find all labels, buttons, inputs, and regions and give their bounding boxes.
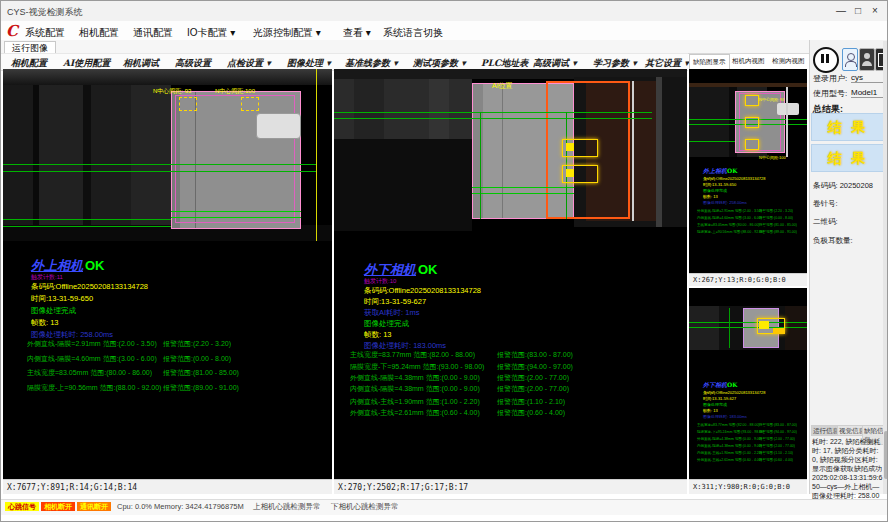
menu-io-config[interactable]: IO卡配置 ▾ — [187, 26, 235, 40]
measure-value: 隔膜宽度-下=95.24mm 范围:(93.00 - 98.00) — [697, 430, 764, 434]
app-logo-icon: C — [6, 22, 18, 40]
menu-comm-config[interactable]: 通讯配置 — [133, 26, 173, 40]
camera-status-badge: 相机断开 — [41, 502, 75, 511]
edge-green — [171, 217, 301, 218]
alarm-range: 报警范围:(89.00 - 91.00) — [163, 383, 239, 393]
tab-strip — [1, 40, 888, 54]
cell-seam — [502, 84, 503, 218]
defect-highlight-box — [745, 139, 759, 150]
measure-value: 主线宽度=83.05mm 范围:(80.00 - 86.00) — [27, 369, 152, 376]
measure-value: 内侧直线-隔膜=4.38mm 范围:(0.00 - 9.00) — [697, 444, 762, 448]
trigger-count: 触发计数:10 — [364, 277, 396, 286]
tab-camera-innerview[interactable]: 相机内视图 — [729, 54, 768, 68]
measure-value: 外侧直线-主线=2.61mm 范围:(0.60 - 4.00) — [697, 458, 762, 462]
minimize-button[interactable]: — — [833, 3, 849, 18]
measure-value: 主线宽度=83.05mm 范围:(80.00 - 86.00) — [697, 223, 760, 227]
user-active-button[interactable] — [842, 48, 858, 71]
time-line: 时间:13-31-59-650 — [31, 294, 93, 304]
menu-view[interactable]: 查看 ▾ — [343, 26, 371, 40]
alarm-range: 报警范围:(83.00 - 87.00) — [497, 350, 573, 360]
frame-count: 帧数: 13 — [703, 408, 718, 413]
user-icon — [862, 61, 872, 66]
machine-region — [689, 87, 729, 157]
defect-highlight-box — [745, 117, 759, 128]
qr-code-label: 二维码: — [813, 217, 838, 227]
tab-detect-innerview[interactable]: 检测内视图 — [769, 54, 808, 68]
frame-count: 帧数: 13 — [31, 318, 59, 328]
result-ok: OK — [727, 381, 737, 388]
baseline-green — [3, 164, 317, 165]
result-ok: OK — [85, 258, 105, 273]
maximize-button[interactable]: □ — [850, 3, 866, 18]
tab-defect-image[interactable]: 缺陷图显示 — [689, 54, 730, 69]
menu-light-config[interactable]: 光源控制配置 ▾ — [253, 26, 321, 40]
edge-green — [472, 187, 574, 188]
measure-row: 隔膜宽度-上=90.56mm 范围:(88.00 - 92.00)报警范围:(8… — [697, 230, 764, 234]
alarm-range: 报警范围:(2.00 - 77.00) — [497, 373, 569, 383]
measure-row: 内侧直线-主线=1.90mm 范围:(1.00 - 2.20)报警范围:(1.1… — [697, 451, 762, 455]
upper-camera-heartbeat-msg: 上相机心跳检测异常 — [253, 502, 321, 512]
connector-object — [777, 103, 799, 115]
annotation-gap2: N中心间距:100 — [759, 155, 786, 160]
mid-coordinate-bar: X:270;Y:2502;R:17;G:17;B:17 — [334, 479, 687, 494]
measure-row: 隔膜宽度-下=95.24mm 范围:(93.00 - 98.00)报警范围:(9… — [697, 430, 764, 434]
alarm-range: 报警范围:(2.20 - 3.20) — [163, 339, 231, 349]
lower-camera-heartbeat-msg: 下相机心跳检测异常 — [331, 502, 399, 512]
status-line: 图像处理完成 — [31, 306, 76, 316]
baseline-green — [334, 118, 652, 119]
camera-view-lower-outer[interactable]: AI位置 外下相机OK 触发计数:10 条码码:Offline202502081… — [334, 69, 687, 479]
machine-region — [354, 79, 384, 139]
baseline-green — [689, 141, 735, 142]
machine-region — [83, 85, 91, 225]
camera-name: 外上相机 — [703, 167, 727, 174]
pin-number-label: 卷针号: — [813, 199, 838, 209]
menu-camera-config[interactable]: 相机配置 — [79, 26, 119, 40]
sidebar-scrollbar[interactable] — [883, 41, 888, 494]
barcode-line: 条码码:Offline20250208133134728 — [703, 390, 765, 395]
alarm-range: 报警范围:(0.00 - 8.00) — [759, 216, 793, 220]
machine-edge — [656, 77, 662, 227]
mini-view-lower[interactable]: 外下相机OK 条码码:Offline20250208133134728 时间:1… — [689, 288, 807, 479]
trigger-count: 触发计数:11 — [31, 273, 63, 282]
neg-tab-count-label: 负极耳数量: — [813, 236, 853, 246]
measure-row: 内侧直线-隔膜=4.60mm 范围:(3.00 - 6.00)报警范围:(0.0… — [697, 216, 762, 220]
defect-mark — [759, 321, 769, 329]
result-ok: OK — [727, 167, 737, 174]
machine-region — [91, 85, 131, 225]
measure-value: 隔膜宽度-下=95.24mm 范围:(93.00 - 98.00) — [350, 363, 484, 370]
vertical-green — [729, 308, 730, 348]
cell-shade — [473, 84, 483, 218]
pause-icon — [821, 54, 824, 63]
camera-view-upper-outer[interactable]: N中心间距: 93 N中心间距:100 外上相机OK 触发计数:11 条码码:O… — [3, 69, 332, 479]
measure-row: 主线宽度=83.77mm 范围:(82.00 - 88.00)报警范围:(83.… — [697, 423, 760, 427]
user-dark-button[interactable] — [859, 48, 875, 71]
baseline-green — [689, 327, 807, 328]
measure-value: 主线宽度=83.77mm 范围:(82.00 - 88.00) — [697, 423, 760, 427]
annotation-gap2: N中心间距:100 — [215, 87, 255, 96]
result-ok: OK — [418, 262, 438, 277]
status-line: 图像处理完成 — [364, 319, 409, 329]
sidebar-scrollbar-thumb[interactable] — [884, 431, 888, 479]
edge-green — [472, 193, 574, 194]
measure-row: 内侧直线-隔膜=4.60mm 范围:(3.00 - 6.00)报警范围:(0.0… — [27, 354, 157, 364]
camera-name: 外下相机 — [703, 381, 727, 388]
model-value: Model1 — [851, 88, 885, 98]
alarm-range: 报警范围:(94.00 - 97.00) — [759, 430, 797, 434]
user-icon — [864, 53, 870, 59]
model-label: 使用型号: — [813, 88, 847, 99]
defect-mark — [566, 143, 574, 151]
close-button[interactable]: × — [867, 3, 883, 18]
annotation-gap1: N中心间距: 93 — [153, 87, 191, 96]
measure-value: 隔膜宽度-上=90.56mm 范围:(88.00 - 92.00) — [27, 384, 161, 391]
title-bar — [1, 1, 888, 22]
barcode-line: 条码码:Offline20250208133134728 — [703, 176, 765, 181]
measure-row: 外侧直线-隔膜=4.38mm 范围:(0.00 - 9.00)报警范围:(2.0… — [697, 437, 762, 441]
baseline-green — [3, 171, 317, 172]
alarm-range: 报警范围:(0.60 - 4.00) — [759, 458, 793, 462]
menu-system-config[interactable]: 系统配置 — [25, 26, 65, 40]
defect-highlight-box — [745, 95, 759, 106]
pause-button[interactable] — [813, 47, 839, 73]
menu-language-switch[interactable]: 系统语言切换 — [383, 26, 443, 40]
machine-rail — [3, 69, 332, 85]
mini-view-upper[interactable]: N中心间距: 93 N中心间距:100 外上相机OK 条码码:Offline20… — [689, 69, 807, 273]
